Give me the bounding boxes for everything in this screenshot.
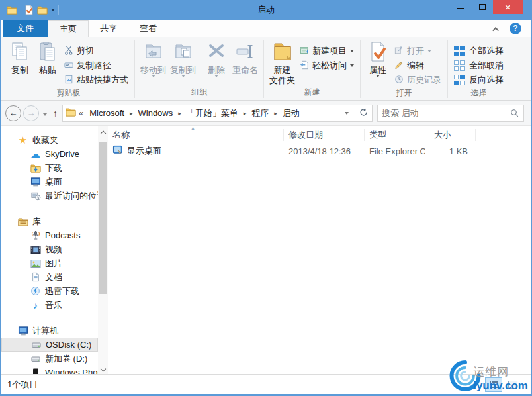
qat-dropdown-icon[interactable] (51, 4, 55, 16)
delete-button[interactable]: 删除 (202, 40, 230, 77)
cloud-icon: ☁ (30, 149, 41, 159)
details-view-button[interactable] (485, 377, 502, 392)
column-header-date[interactable]: 修改日期 (284, 129, 365, 141)
easy-access-button[interactable]: 轻松访问 (297, 58, 357, 73)
forward-button[interactable]: → (23, 105, 39, 121)
sidebar-item-label: OSDisk (C:) (46, 340, 91, 350)
column-header-name[interactable]: 名称 (108, 129, 284, 141)
ribbon-tab-bar: 文件 主页 共享 查看 ? (1, 20, 531, 37)
help-icon: ? (513, 24, 517, 33)
scrollbar-thumb[interactable] (99, 142, 107, 294)
back-button[interactable]: ← (5, 105, 21, 121)
sidebar-item-new-volume-d[interactable]: 新加卷 (D:) (1, 352, 98, 366)
phone-icon (30, 368, 41, 375)
tab-home[interactable]: 主页 (48, 20, 89, 37)
sidebar-item-recent-places[interactable]: 最近访问的位置 (1, 189, 98, 203)
scroll-up-button[interactable] (98, 126, 108, 137)
refresh-button[interactable] (355, 105, 373, 122)
sidebar-item-favorites[interactable]: ★ 收藏夹 (1, 133, 98, 147)
collapse-ribbon-button[interactable] (494, 24, 499, 34)
breadcrumb-item[interactable]: Windows (135, 108, 177, 118)
new-folder-button[interactable]: 新建 文件夹 (267, 40, 297, 85)
button-label: 粘贴快捷方式 (77, 74, 128, 86)
invert-selection-button[interactable]: 反向选择 (451, 73, 506, 87)
sidebar-item-music[interactable]: ♪ 音乐 (1, 298, 98, 312)
item-count: 1个项目 (7, 379, 38, 391)
maximize-icon (479, 4, 486, 10)
copy-button[interactable]: 复制 (6, 40, 34, 75)
sidebar-item-pictures[interactable]: 图片 (1, 256, 98, 270)
folder-icon[interactable] (7, 4, 17, 16)
paste-shortcut-icon (64, 75, 73, 86)
sidebar-item-videos[interactable]: 视频 (1, 242, 98, 256)
column-header-type[interactable]: 类型 (365, 129, 425, 141)
breadcrumb-item[interactable]: 「开始」菜单 (183, 107, 242, 119)
sidebar-item-label: Podcasts (45, 230, 80, 240)
sidebar-scrollbar[interactable] (98, 126, 108, 374)
sidebar-item-downloads[interactable]: 下载 (1, 161, 98, 175)
minimize-button[interactable] (449, 0, 471, 14)
paste-shortcut-button[interactable]: 粘贴快捷方式 (62, 73, 131, 87)
scrollbar-track[interactable] (98, 137, 108, 363)
tab-view[interactable]: 查看 (128, 20, 168, 37)
icons-view-button[interactable] (504, 377, 521, 392)
open-button[interactable]: 打开 (392, 44, 444, 58)
up-icon: ↑ (53, 108, 58, 119)
sidebar-item-computer[interactable]: 计算机 (1, 324, 98, 338)
sidebar-item-desktop[interactable]: 桌面 (1, 175, 98, 189)
address-folder-icon (66, 107, 76, 119)
address-bar[interactable]: « Microsoft ▸ Windows ▸ 「开始」菜单 ▸ 程序 ▸ 启动 (62, 105, 355, 122)
sidebar-item-windows-phone[interactable]: Windows Phon (1, 366, 98, 374)
rename-button[interactable]: 重命名 (230, 40, 260, 75)
scroll-down-button[interactable] (98, 363, 108, 374)
column-header-size[interactable]: 大小 (425, 129, 476, 141)
sidebar-item-libraries[interactable]: 库 (1, 215, 98, 228)
sidebar-item-osdisk-c[interactable]: OSDisk (C:) (1, 338, 98, 352)
maximize-button[interactable] (471, 0, 493, 14)
library-icon (17, 217, 28, 226)
search-input[interactable] (378, 108, 506, 118)
file-row[interactable]: 显示桌面 2013/4/18 12:36 File Explorer Co...… (108, 143, 531, 159)
microphone-icon (30, 230, 41, 240)
copy-path-icon (64, 60, 73, 72)
history-button[interactable]: 历史记录 (392, 73, 444, 87)
search-icon[interactable] (506, 109, 523, 117)
sidebar-item-label: 迅雷下载 (45, 285, 79, 297)
new-item-button[interactable]: 新建项目 (297, 44, 357, 58)
tab-file[interactable]: 文件 (3, 20, 48, 37)
sidebar-item-thunder-downloads[interactable]: 迅雷下载 (1, 284, 98, 298)
sidebar-item-skydrive[interactable]: ☁ SkyDrive (1, 147, 98, 161)
tab-share[interactable]: 共享 (89, 20, 128, 37)
close-button[interactable]: × (493, 0, 523, 14)
cut-button[interactable]: 剪切 (62, 44, 131, 58)
button-label: 重命名 (232, 66, 258, 75)
up-button[interactable]: ↑ (53, 108, 58, 119)
help-button[interactable]: ? (510, 23, 521, 34)
paste-button[interactable]: 粘贴 (34, 40, 62, 75)
tab-label: 共享 (100, 23, 117, 34)
copy-path-button[interactable]: 复制路径 (62, 58, 131, 73)
properties-button[interactable]: 属性 (364, 40, 392, 77)
select-all-button[interactable]: 全部选择 (451, 44, 506, 58)
copy-to-button[interactable]: 复制到 (168, 40, 198, 77)
copy-icon (9, 41, 30, 64)
move-to-button[interactable]: 移动到 (138, 40, 168, 77)
sidebar-item-documents[interactable]: 文档 (1, 270, 98, 284)
breadcrumb-item[interactable]: Microsoft (86, 108, 128, 118)
chevron-down-icon (350, 64, 354, 67)
chevron-down-icon (376, 75, 380, 77)
new-folder-quick-icon[interactable] (37, 4, 48, 16)
select-none-button[interactable]: 全部取消 (451, 58, 506, 73)
edit-button[interactable]: 编辑 (392, 58, 444, 73)
breadcrumb-item[interactable]: 程序 (248, 107, 272, 119)
file-type: File Explorer Co... (365, 146, 425, 156)
ribbon: 复制 粘贴 剪切 (1, 37, 531, 101)
window-controls: × (449, 0, 531, 20)
button-label: 文件夹 (269, 76, 295, 85)
chevron-down-icon (214, 75, 218, 77)
sidebar-item-podcasts[interactable]: Podcasts (1, 228, 98, 242)
properties-quick-icon[interactable] (24, 4, 34, 16)
address-dropdown-button[interactable] (340, 112, 353, 115)
history-dropdown-button[interactable] (43, 108, 47, 118)
breadcrumb-item[interactable]: 启动 (279, 107, 303, 119)
